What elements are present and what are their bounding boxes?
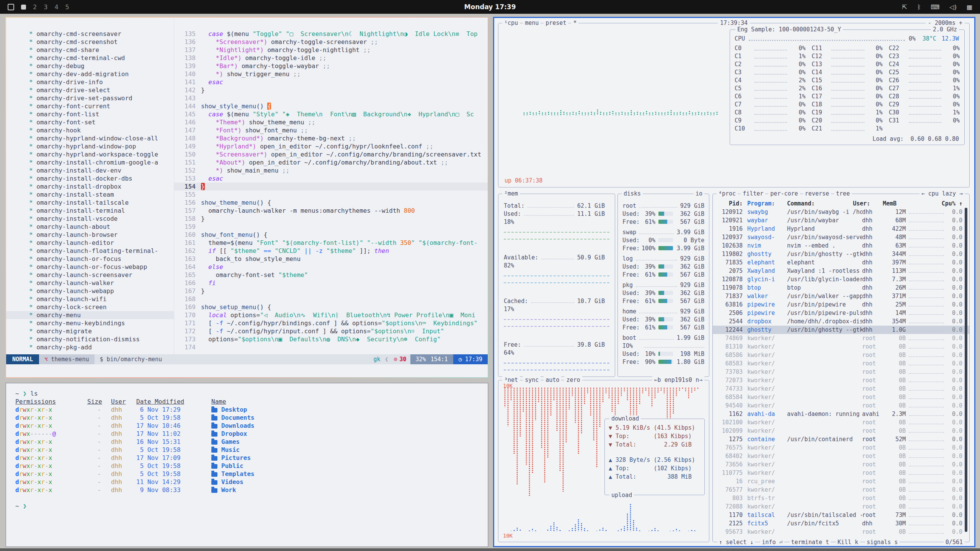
code-line[interactable]: 167} bbox=[174, 287, 488, 295]
topbar-clock[interactable]: Monday 17:39 bbox=[464, 3, 516, 11]
process-row[interactable]: 72073kworker/root0B0.0 bbox=[713, 376, 969, 385]
process-row[interactable]: 110775kworker/root0B0.0 bbox=[713, 469, 969, 477]
code-line[interactable]: 152 *) show_main_menu ;; bbox=[174, 166, 488, 174]
process-row[interactable]: 73703kworker/root0B0.0 bbox=[713, 368, 969, 376]
code-line[interactable]: 150 *Screensaver*) open_in_editor ~/.con… bbox=[174, 150, 488, 158]
tab-mem[interactable]: ²mem bbox=[502, 190, 520, 197]
process-row[interactable]: 72088kworker/root0B0.0 bbox=[713, 502, 969, 511]
bluetooth-icon[interactable]: ᛒ bbox=[917, 3, 921, 11]
tab-proc[interactable]: ⁴proc bbox=[717, 190, 738, 197]
file-item[interactable]: * omarchy-debug bbox=[6, 62, 174, 70]
tab-auto[interactable]: auto bbox=[544, 377, 561, 383]
file-item[interactable]: * omarchy-launch-screensaver bbox=[6, 271, 174, 279]
process-row[interactable]: 2075XwaylandXwayland :1 -rootless -dhh11… bbox=[713, 267, 969, 275]
file-item[interactable]: * omarchy-menu bbox=[6, 311, 174, 319]
process-row[interactable]: 120912swaybg/usr/bin/swaybg -i /homdhh12… bbox=[713, 208, 969, 216]
process-row[interactable]: 12244ghostty/usr/bin/ghostty --gtk-dhh1.… bbox=[713, 326, 969, 334]
process-row[interactable]: 1170tailscal/usr/sbin/tailscaled --root7… bbox=[713, 511, 969, 519]
code-line[interactable]: 171 [ -f ~/.config/hypr/bindings.conf ] … bbox=[174, 319, 488, 327]
file-item[interactable]: * omarchy-launch-browser bbox=[6, 231, 174, 239]
code-line[interactable]: 139 *Bar*) omarchy-toggle-waybar ;; bbox=[174, 62, 488, 70]
process-row[interactable]: 2125fcitx5/usr/bin/fcitx5dhh30M0.0 bbox=[713, 519, 969, 528]
file-item[interactable]: * omarchy-drive-select bbox=[6, 86, 174, 94]
file-item[interactable]: * omarchy-launch-or-focus bbox=[6, 255, 174, 263]
process-row[interactable]: 71837walker/usr/bin/walker --gappldhh371… bbox=[713, 292, 969, 300]
file-item[interactable]: * omarchy-install-dev-env bbox=[6, 166, 174, 174]
process-row[interactable]: 74733kworker/root0B0.0 bbox=[713, 385, 969, 393]
tab-preset[interactable]: preset bbox=[544, 20, 568, 26]
workspace-3[interactable]: 3 bbox=[44, 3, 47, 11]
update-interval[interactable]: - 2000ms + bbox=[926, 20, 965, 26]
code-line[interactable]: 168 bbox=[174, 295, 488, 303]
file-item[interactable]: * omarchy-font-list bbox=[6, 110, 174, 118]
file-item[interactable]: * omarchy-launch-or-focus-webapp bbox=[6, 263, 174, 271]
code-line[interactable]: 146 *Theme*) show_theme_menu ;; bbox=[174, 118, 488, 126]
process-row[interactable]: 1162avahi-daavahi-daemon: running [avahi… bbox=[713, 410, 969, 418]
workspace-active-icon[interactable] bbox=[21, 5, 26, 10]
file-item[interactable]: * omarchy-install-docker-dbs bbox=[6, 174, 174, 183]
network-interface[interactable]: ←b enp191s0 n→ bbox=[652, 377, 704, 383]
proc-action-Killk[interactable]: Kill k bbox=[836, 539, 860, 546]
file-item[interactable]: * omarchy-drive-set-password bbox=[6, 94, 174, 102]
process-row[interactable]: 803btrfs-trroot0B0.0 bbox=[713, 494, 969, 502]
col-pid[interactable]: Pid: bbox=[717, 200, 743, 207]
tab-cpu[interactable]: ¹cpu bbox=[502, 20, 520, 26]
tab-filter[interactable]: filter bbox=[741, 190, 765, 197]
process-row[interactable]: 68402kworker/root0B0.0 bbox=[713, 452, 969, 460]
file-item[interactable]: * omarchy-notification-dismiss bbox=[6, 335, 174, 343]
process-row[interactable]: 94540kworker/root0B0.0 bbox=[713, 401, 969, 410]
code-line[interactable]: 144show_style_menu() { bbox=[174, 102, 488, 110]
code-line[interactable]: 151 *About*) open_in_editor ~/.config/om… bbox=[174, 158, 488, 166]
code-line[interactable]: 166 fi bbox=[174, 279, 488, 287]
file-item[interactable]: * omarchy-migrate bbox=[6, 327, 174, 335]
workspace-5[interactable]: 5 bbox=[65, 3, 69, 11]
code-line[interactable]: 154} bbox=[174, 183, 488, 191]
file-item[interactable]: * omarchy-launch-floating-terminal- bbox=[6, 247, 174, 255]
proc-action-select[interactable]: ↑ select ↓ bbox=[717, 539, 755, 546]
tab-zero[interactable]: zero bbox=[564, 377, 582, 383]
file-item[interactable]: * omarchy-launch-editor bbox=[6, 239, 174, 247]
code-line[interactable]: 174 bbox=[174, 343, 488, 351]
file-item[interactable]: * omarchy-drive-info bbox=[6, 78, 174, 86]
file-item[interactable]: * omarchy-install-tailscale bbox=[6, 199, 174, 207]
code-line[interactable]: 153 esac bbox=[174, 174, 488, 183]
code-line[interactable]: 142} bbox=[174, 86, 488, 94]
process-row[interactable]: 1275containe/usr/bin/containerdroot52M0.… bbox=[713, 435, 969, 443]
process-scrollbar[interactable] bbox=[965, 208, 967, 532]
code-line[interactable]: 170 local options="◁ Audio\n∿ Wifi\nᛒ Bl… bbox=[174, 311, 488, 319]
col-program[interactable]: Program: bbox=[743, 200, 787, 207]
tab-io[interactable]: io bbox=[694, 190, 704, 197]
code-line[interactable]: 172 [ -f ~/.config/hypr/input.conf ] && … bbox=[174, 327, 488, 335]
code-line[interactable]: 148 *Background*) omarchy-theme-bg-next … bbox=[174, 134, 488, 142]
code-line[interactable]: 141 esac bbox=[174, 78, 488, 86]
workspace-2[interactable]: 2 bbox=[33, 3, 37, 11]
process-row[interactable]: 68583kworker/root0B0.0 bbox=[713, 359, 969, 368]
col-command[interactable]: Command: bbox=[787, 200, 853, 207]
file-item[interactable]: * omarchy-launch-about bbox=[6, 223, 174, 231]
file-item[interactable]: * omarchy-dev-add-migration bbox=[6, 70, 174, 78]
process-row[interactable]: 76577kworker/root0B0.0 bbox=[713, 486, 969, 494]
file-item[interactable]: * omarchy-font-current bbox=[6, 102, 174, 110]
file-item[interactable]: * omarchy-launch-walker bbox=[6, 279, 174, 287]
keyboard-icon[interactable]: ⌨ bbox=[931, 3, 939, 11]
code-line[interactable]: 169show_setup_menu() { bbox=[174, 303, 488, 311]
code-line[interactable]: 143 bbox=[174, 94, 488, 102]
process-row[interactable]: 119802ghostty/usr/bin/ghostty --gtk-dhh3… bbox=[713, 250, 969, 258]
process-row[interactable]: 120878glycin-i/usr/lib/glycin-loadersdhh… bbox=[713, 275, 969, 284]
process-row[interactable]: 95673kworker/root0B0.0 bbox=[713, 528, 969, 536]
file-item[interactable]: * omarchy-install-steam bbox=[6, 191, 174, 199]
code-line[interactable]: 136 *Screensaver*) omarchy-toggle-screen… bbox=[174, 38, 488, 46]
workspace-4[interactable]: 4 bbox=[54, 3, 58, 11]
code-line[interactable]: 157 omarchy-launch-walker -m menus:omarc… bbox=[174, 207, 488, 215]
tab-percore[interactable]: per-core bbox=[768, 190, 800, 197]
file-item[interactable]: * omarchy-hook bbox=[6, 126, 174, 134]
apps-icon[interactable]: ▦ bbox=[967, 3, 972, 11]
code-line[interactable]: 145 case $(menu "Style" "◈ Theme\n Font\… bbox=[174, 110, 488, 118]
process-row[interactable]: 119078btopbtopdhh26M0.0 bbox=[713, 284, 969, 292]
process-row[interactable]: 16rcu_preeroot0B0.0 bbox=[713, 477, 969, 486]
process-row[interactable]: 1916HyprlandHyprlanddhh422M0.0 bbox=[713, 225, 969, 233]
volume-icon[interactable]: ◁) bbox=[949, 3, 957, 11]
code-line[interactable]: 149 *Hyprland*) open_in_editor ~/.config… bbox=[174, 142, 488, 150]
tab-sync[interactable]: sync bbox=[523, 377, 541, 383]
code-line[interactable]: 147 *Font*) show_font_menu ;; bbox=[174, 126, 488, 134]
